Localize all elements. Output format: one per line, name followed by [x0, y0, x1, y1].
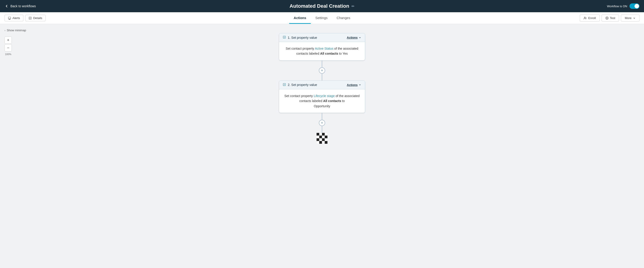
- test-label: Test: [610, 16, 616, 20]
- node-2-actions-chevron: [358, 83, 361, 86]
- node-1-header: 1. Set property value Actions: [279, 33, 365, 42]
- connector-line-2b: [322, 126, 322, 133]
- connector-2: +: [319, 113, 325, 133]
- svg-point-10: [606, 17, 608, 19]
- svg-rect-32: [316, 141, 319, 144]
- node-2-actions-button[interactable]: Actions: [347, 83, 361, 87]
- svg-rect-23: [325, 133, 328, 136]
- node-1-title: 1. Set property value: [288, 36, 317, 39]
- node-2-card: 2. Set property value Actions Set contac…: [279, 80, 365, 113]
- svg-point-7: [584, 17, 586, 18]
- connector-line-2: [322, 113, 322, 120]
- node-2-body: Set contact property Lifecycle stage of …: [279, 89, 365, 113]
- svg-rect-24: [316, 136, 319, 138]
- add-step-button-2[interactable]: +: [319, 120, 325, 126]
- node-2-header: 2. Set property value Actions: [279, 81, 365, 89]
- zoom-controls: + − 100%: [4, 36, 12, 55]
- node-1-actions-chevron: [358, 36, 361, 39]
- edit-icon[interactable]: ✏: [352, 4, 354, 8]
- node-1-actions-button[interactable]: Actions: [347, 36, 361, 39]
- sub-bar: Alerts Details Actions Settings Changes: [0, 12, 644, 24]
- svg-rect-26: [322, 136, 325, 138]
- tab-changes[interactable]: Changes: [332, 12, 355, 24]
- back-button-label: Back to workflows: [10, 4, 36, 8]
- alerts-button[interactable]: Alerts: [4, 15, 23, 21]
- svg-rect-21: [319, 133, 322, 136]
- top-right-area: Workflow is ON ✓: [607, 3, 640, 9]
- workflow-title-area: Automated Deal Creation ✏: [290, 3, 354, 9]
- zoom-in-button[interactable]: +: [4, 36, 12, 44]
- workflow-status-label: Workflow is ON: [607, 4, 627, 8]
- workflow-nodes: 1. Set property value Actions Set contac…: [276, 24, 368, 144]
- svg-rect-31: [325, 138, 328, 141]
- enroll-icon: [584, 16, 587, 20]
- node-1-title-row: 1. Set property value: [283, 36, 317, 39]
- show-minimap-label: Show minimap: [7, 28, 26, 32]
- workflow-title: Automated Deal Creation: [290, 3, 349, 9]
- node-1-edit-icon: [283, 36, 286, 39]
- svg-rect-20: [316, 133, 319, 136]
- details-label: Details: [33, 16, 42, 20]
- node-1-card: 1. Set property value Actions Set contac…: [279, 33, 365, 60]
- svg-rect-0: [8, 17, 11, 18]
- zoom-percent-label: 100%: [4, 53, 12, 55]
- test-button[interactable]: Test: [602, 14, 619, 21]
- svg-rect-25: [319, 136, 322, 138]
- right-buttons: Enroll Test More: [580, 12, 640, 24]
- left-buttons: Alerts Details: [4, 12, 46, 24]
- top-bar: Back to workflows Automated Deal Creatio…: [0, 0, 644, 12]
- svg-rect-27: [325, 136, 328, 138]
- toggle-knob: [634, 4, 639, 8]
- connector-1: +: [319, 60, 325, 80]
- back-to-workflows-button[interactable]: Back to workflows: [4, 4, 36, 8]
- svg-rect-29: [319, 138, 322, 141]
- node-1-body: Set contact property Active Status of th…: [279, 42, 365, 60]
- test-icon: [606, 16, 608, 20]
- back-arrow-icon: [4, 4, 8, 8]
- show-minimap-toggle[interactable]: › Show minimap: [4, 28, 26, 32]
- more-label: More: [625, 16, 632, 20]
- enroll-label: Enroll: [588, 16, 596, 20]
- svg-rect-35: [325, 141, 328, 144]
- connector-line-1b: [322, 74, 322, 80]
- svg-marker-11: [606, 17, 608, 18]
- chevron-right-icon: ›: [4, 29, 6, 32]
- tab-settings[interactable]: Settings: [311, 12, 332, 24]
- workflow-toggle[interactable]: ✓: [630, 3, 640, 9]
- svg-rect-34: [322, 141, 325, 144]
- add-step-button-1[interactable]: +: [319, 67, 325, 74]
- node-2-title: 2. Set property value: [288, 83, 317, 87]
- zoom-out-button[interactable]: −: [4, 44, 12, 51]
- alerts-label: Alerts: [12, 16, 20, 20]
- svg-rect-30: [322, 138, 325, 141]
- tab-actions[interactable]: Actions: [289, 12, 311, 24]
- workflow-canvas: › Show minimap + − 100%: [0, 24, 644, 268]
- node-2-title-row: 2. Set property value: [283, 83, 317, 87]
- svg-rect-22: [322, 133, 325, 136]
- chevron-down-icon: [633, 17, 636, 19]
- end-flag-icon: [316, 133, 328, 144]
- details-icon: [28, 16, 32, 20]
- svg-rect-33: [319, 141, 322, 144]
- tab-bar: Actions Settings Changes: [289, 12, 355, 24]
- more-button[interactable]: More: [621, 14, 640, 21]
- node-2-edit-icon: [283, 83, 286, 87]
- enroll-button[interactable]: Enroll: [580, 14, 600, 21]
- alerts-icon: [8, 16, 11, 20]
- connector-line-1: [322, 60, 322, 67]
- details-button[interactable]: Details: [25, 15, 46, 21]
- svg-rect-28: [316, 138, 319, 141]
